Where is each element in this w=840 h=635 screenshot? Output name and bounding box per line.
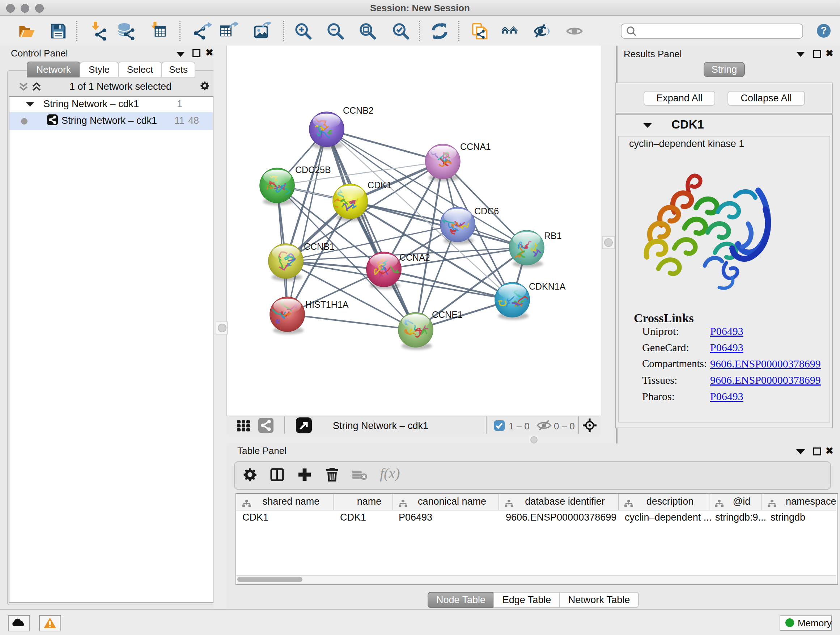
- svg-text:CCNA1: CCNA1: [460, 141, 491, 152]
- svg-text:RB1: RB1: [544, 231, 562, 241]
- svg-text:HIST1H1A: HIST1H1A: [305, 299, 349, 310]
- svg-text:CDC25B: CDC25B: [295, 165, 331, 175]
- svg-text:CDKN1A: CDKN1A: [529, 281, 566, 291]
- svg-text:CCNE1: CCNE1: [432, 310, 463, 320]
- svg-text:CCNB2: CCNB2: [343, 105, 374, 116]
- svg-text:CDC6: CDC6: [474, 206, 499, 216]
- svg-text:CDK1: CDK1: [368, 180, 392, 190]
- svg-text:CCNB1: CCNB1: [304, 241, 335, 252]
- svg-text:CCNA2: CCNA2: [399, 252, 430, 263]
